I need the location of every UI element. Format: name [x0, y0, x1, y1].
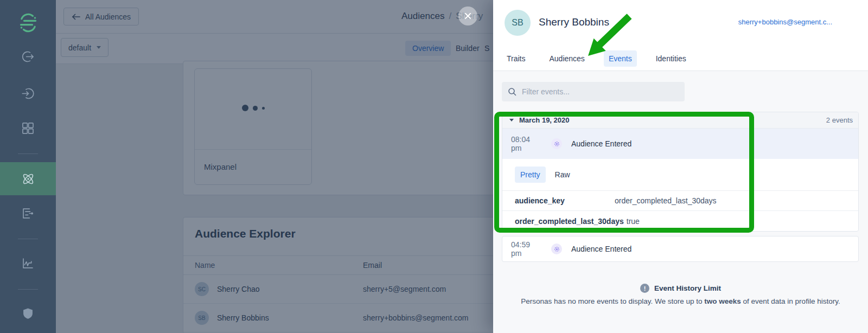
event-date-header[interactable]: March 19, 2020 2 events: [502, 112, 858, 129]
event-time: 04:59 pm: [511, 240, 542, 258]
sidebar: [0, 0, 56, 333]
journeys-flow-icon: [21, 206, 35, 221]
sidebar-item-catalog[interactable]: [0, 113, 56, 143]
history-message-prefix: Personas has no more events to display. …: [521, 297, 704, 305]
event-count: 2 events: [826, 116, 853, 124]
pretty-tab[interactable]: Pretty: [515, 166, 546, 183]
filter-events-input[interactable]: [502, 82, 685, 101]
payload-view-tabs: Pretty Raw: [502, 159, 858, 191]
property-key: order_completed_last_30days: [515, 217, 627, 226]
tab-identities[interactable]: Identities: [651, 50, 691, 67]
close-drawer-button[interactable]: [458, 7, 477, 25]
history-message-bold: two weeks: [704, 297, 741, 305]
event-detail: Pretty Raw audience_key order_completed_…: [502, 159, 858, 231]
sidebar-item-privacy[interactable]: [0, 298, 56, 329]
history-limit-message: Personas has no more events to display. …: [493, 297, 868, 305]
event-date: March 19, 2020: [519, 116, 570, 124]
profile-avatar: SB: [505, 10, 531, 36]
profile-tabs: Traits Audiences Events Identities: [502, 50, 691, 67]
event-group-card: March 19, 2020 2 events 08:04 pm Audienc…: [502, 112, 859, 232]
event-name: Audience Entered: [571, 139, 631, 148]
sidebar-item-analytics[interactable]: [0, 248, 56, 278]
alert-icon: !: [640, 284, 649, 293]
close-icon: [464, 12, 472, 20]
property-value: order_completed_last_30days: [615, 196, 717, 205]
profile-name: Sherry Bobbins: [539, 16, 609, 28]
property-row: order_completed_last_30days true: [502, 211, 858, 231]
audience-target-icon: [551, 138, 562, 149]
audience-target-icon: [551, 244, 562, 254]
history-message-suffix: of event data in profile history.: [741, 297, 840, 305]
atom-icon: [21, 171, 36, 187]
tab-traits[interactable]: Traits: [502, 50, 530, 67]
sidebar-item-journeys[interactable]: [0, 198, 56, 228]
property-row: audience_key order_completed_last_30days: [502, 191, 858, 211]
history-limit-title: Event History Limit: [654, 284, 721, 292]
analytics-chart-icon: [21, 256, 35, 271]
event-row[interactable]: 04:59 pm Audience Entered: [502, 236, 859, 262]
raw-tab[interactable]: Raw: [555, 170, 570, 179]
profile-header: SB Sherry Bobbins sherry+bobbins@segment…: [493, 0, 868, 71]
event-name: Audience Entered: [571, 245, 631, 253]
shield-icon: [21, 306, 35, 321]
event-row[interactable]: 08:04 pm Audience Entered: [502, 129, 858, 159]
event-time: 08:04 pm: [511, 135, 542, 152]
arrow-out-circle-icon: [21, 49, 35, 64]
profile-email-link[interactable]: sherry+bobbins@segment.c...: [738, 18, 832, 26]
profile-drawer: SB Sherry Bobbins sherry+bobbins@segment…: [493, 0, 868, 333]
segment-logo-icon[interactable]: [17, 12, 39, 34]
arrow-in-circle-icon: [21, 86, 35, 101]
sidebar-item-destinations[interactable]: [0, 78, 56, 108]
property-key: audience_key: [515, 196, 615, 205]
tab-audiences[interactable]: Audiences: [544, 50, 589, 67]
event-history-limit: ! Event History Limit Personas has no mo…: [493, 284, 868, 305]
grid-icon: [21, 121, 35, 136]
events-panel: March 19, 2020 2 events 08:04 pm Audienc…: [493, 71, 868, 333]
sidebar-item-personas[interactable]: [0, 162, 56, 195]
property-value: true: [627, 217, 640, 226]
sidebar-item-connections[interactable]: [0, 41, 56, 72]
collapse-caret-icon: [509, 119, 514, 121]
tab-events[interactable]: Events: [604, 50, 637, 67]
